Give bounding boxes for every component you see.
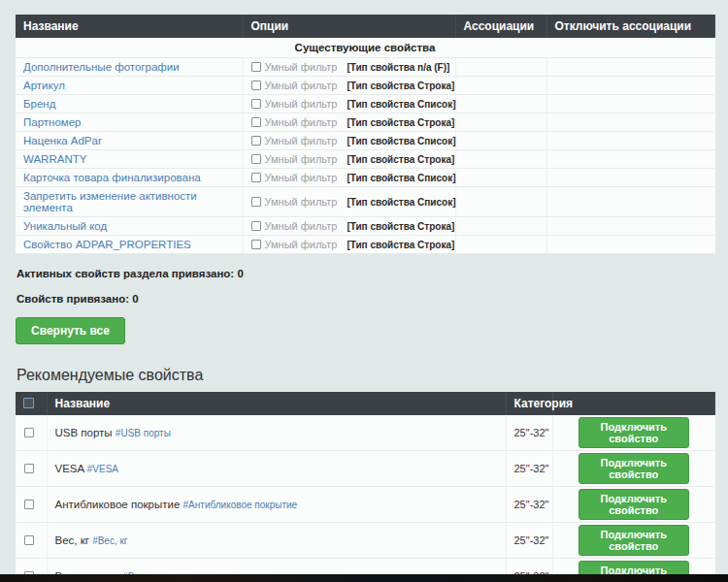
smart-filter-option[interactable]: Умный фильтр (251, 196, 338, 208)
smart-filter-checkbox[interactable] (251, 197, 261, 207)
recommended-section-title: Рекомендуемые свойства (17, 367, 714, 384)
property-name-link[interactable]: Партномер (23, 116, 82, 128)
smart-filter-option[interactable]: Умный фильтр (251, 98, 338, 110)
smart-filter-label: Умный фильтр (265, 196, 338, 208)
property-name-link[interactable]: WARRANTY (23, 153, 86, 165)
property-type-label: [Тип свойства Строка] (347, 81, 454, 91)
smart-filter-label: Умный фильтр (265, 135, 338, 146)
column-header-actions (552, 392, 714, 415)
smart-filter-checkbox[interactable] (251, 62, 261, 72)
table-header-row: Название Опции Ассоциации Отключить ассо… (16, 15, 714, 38)
select-row-checkbox[interactable] (24, 500, 34, 509)
recommended-property-name: USB порты (55, 427, 113, 438)
connect-property-button[interactable]: Подключить свойство (579, 489, 689, 520)
smart-filter-label: Умный фильтр (265, 172, 338, 183)
associations-cell (455, 77, 546, 95)
associations-cell (455, 150, 546, 169)
select-all-checkbox[interactable] (23, 398, 34, 408)
recommended-property-tag-link[interactable]: #VESA (87, 464, 118, 474)
connect-property-button[interactable]: Подключить свойство (579, 525, 689, 556)
property-name-link[interactable]: Бренд (23, 98, 55, 110)
property-type-label: [Тип свойства Строка] (347, 221, 454, 232)
property-type-label: [Тип свойства Строка] (347, 117, 454, 128)
smart-filter-checkbox[interactable] (251, 173, 261, 182)
property-name-link[interactable]: Уникальный код (23, 220, 107, 232)
smart-filter-checkbox[interactable] (251, 154, 261, 164)
smart-filter-option[interactable]: Умный фильтр (251, 61, 338, 73)
recommended-property-name: Вес, кг (55, 534, 89, 546)
smart-filter-checkbox[interactable] (251, 99, 261, 109)
table-header-row: Название Категория (16, 392, 714, 415)
associations-cell (455, 132, 546, 150)
smart-filter-option[interactable]: Умный фильтр (251, 135, 338, 146)
select-row-checkbox[interactable] (24, 428, 34, 437)
smart-filter-label: Умный фильтр (265, 153, 338, 165)
smart-filter-checkbox[interactable] (251, 240, 261, 249)
active-bound-summary: Активных свойств раздела привязано: 0 (17, 268, 714, 279)
column-header-disable-associations: Отключить ассоциации (546, 15, 714, 38)
existing-properties-rows: Дополнительные фотографии Умный фильтр[Т… (16, 58, 714, 254)
smart-filter-label: Умный фильтр (265, 61, 338, 73)
smart-filter-label: Умный фильтр (265, 80, 338, 91)
recommended-property-tag-link[interactable]: #USB порты (116, 428, 171, 438)
smart-filter-option[interactable]: Умный фильтр (251, 116, 338, 128)
smart-filter-checkbox[interactable] (251, 221, 261, 231)
smart-filter-option[interactable]: Умный фильтр (251, 172, 338, 183)
smart-filter-option[interactable]: Умный фильтр (251, 239, 338, 250)
disable-associations-cell (546, 236, 714, 254)
table-row: Вес, кг #Вес, кг 25"-32" Подключить свой… (16, 523, 714, 559)
connect-property-button[interactable]: Подключить свойство (579, 453, 689, 484)
property-type-label: [Тип свойства Список] (347, 173, 455, 183)
column-header-category: Категория (506, 392, 552, 415)
column-header-name: Название (16, 15, 243, 38)
table-row: Наценка AdPar Умный фильтр[Тип свойства … (16, 132, 714, 150)
associations-cell (455, 58, 546, 77)
column-header-associations: Ассоциации (455, 15, 546, 38)
associations-cell (455, 169, 546, 187)
smart-filter-checkbox[interactable] (251, 136, 261, 146)
group-header-label: Существующие свойства (16, 38, 714, 58)
property-type-label: [Тип свойства n/a (F)] (347, 62, 449, 73)
category-value: 25"-32" (514, 499, 549, 510)
collapse-all-button[interactable]: Свернуть все (16, 317, 125, 344)
column-header-options: Опции (243, 15, 455, 38)
property-name-link[interactable]: Запретить изменение активности элемента (23, 190, 197, 213)
table-row: Запретить изменение активности элемента … (16, 187, 714, 217)
recommended-property-tag-link[interactable]: #Вес, кг (92, 535, 127, 546)
connect-property-button[interactable]: Подключить свойство (579, 417, 689, 448)
smart-filter-option[interactable]: Умный фильтр (251, 220, 338, 232)
property-type-label: [Тип свойства Список] (347, 99, 455, 110)
select-row-checkbox[interactable] (24, 464, 34, 473)
property-name-link[interactable]: Свойство ADPAR_PROPERTIES (23, 239, 191, 250)
table-row: Бренд Умный фильтр[Тип свойства Список] (16, 95, 714, 113)
recommended-properties-table: Название Категория USB порты #USB порты … (16, 392, 715, 582)
recommended-properties-rows: USB порты #USB порты 25"-32" Подключить … (16, 415, 714, 582)
smart-filter-label: Умный фильтр (265, 98, 338, 110)
recommended-property-tag-link[interactable]: #Антибликовое покрытие (183, 500, 298, 510)
disable-associations-cell (546, 77, 714, 95)
smart-filter-option[interactable]: Умный фильтр (251, 153, 338, 165)
existing-properties-table: Название Опции Ассоциации Отключить ассо… (16, 15, 715, 254)
associations-cell (455, 95, 546, 113)
smart-filter-checkbox[interactable] (251, 81, 261, 90)
smart-filter-label: Умный фильтр (265, 116, 338, 128)
smart-filter-label: Умный фильтр (265, 220, 338, 232)
select-row-checkbox[interactable] (24, 535, 34, 545)
category-value: 25"-32" (514, 534, 549, 546)
associations-cell (455, 187, 546, 217)
property-name-link[interactable]: Артикул (23, 80, 65, 91)
property-type-label: [Тип свойства Список] (347, 136, 455, 146)
associations-cell (455, 113, 546, 132)
disable-associations-cell (546, 95, 714, 113)
property-type-label: [Тип свойства Строка] (347, 154, 454, 165)
table-row: Уникальный код Умный фильтр[Тип свойства… (16, 217, 714, 236)
disable-associations-cell (546, 58, 714, 77)
property-name-link[interactable]: Наценка AdPar (23, 135, 102, 146)
property-type-label: [Тип свойства Список] (347, 197, 455, 208)
property-name-link[interactable]: Дополнительные фотографии (23, 61, 180, 73)
property-name-link[interactable]: Карточка товара финализирована (23, 172, 201, 183)
smart-filter-option[interactable]: Умный фильтр (251, 80, 338, 91)
smart-filter-checkbox[interactable] (251, 117, 261, 127)
disable-associations-cell (546, 169, 714, 187)
disable-associations-cell (546, 150, 714, 169)
